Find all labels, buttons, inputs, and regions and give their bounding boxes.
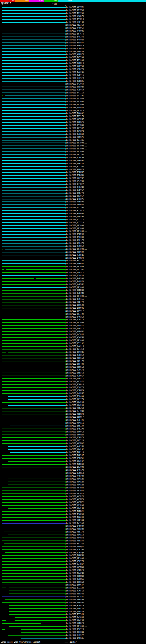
- hit-bar[interactable]: [2, 437, 65, 438]
- hit-label[interactable]: UniRef100_B41ZE2: [66, 260, 84, 262]
- hit-bar[interactable]: [8, 482, 65, 482]
- hit-label[interactable]: UniRef100_A3GFN6: [66, 336, 84, 338]
- hit-bar[interactable]: [2, 420, 65, 420]
- hit-bar[interactable]: [2, 255, 65, 256]
- hit-bar[interactable]: [2, 57, 65, 58]
- hit-bar[interactable]: [2, 290, 65, 290]
- hit-label[interactable]: UniRef100_Q8I1T9: [66, 398, 84, 400]
- hit-label[interactable]: UniRef100_A6YM83: [66, 487, 84, 489]
- hit-bar[interactable]: [2, 540, 65, 541]
- hit-label[interactable]: UniRef100_A7P5N6: [66, 254, 84, 256]
- hit-bar[interactable]: [2, 72, 65, 73]
- hit-label[interactable]: UniRef100_Q7RVQ9: [66, 552, 84, 554]
- hit-label[interactable]: UniRef100_B6APN8: [66, 572, 84, 574]
- hit-bar[interactable]: [2, 367, 65, 367]
- hit-bar[interactable]: [2, 54, 65, 55]
- hit-label[interactable]: UniRef100_Q6EH15: [66, 62, 84, 64]
- hit-bar[interactable]: [2, 113, 65, 114]
- hit-label[interactable]: UniRef100_C7TZL0: [66, 222, 84, 224]
- hit-label[interactable]: UniRef100_A0A298: [66, 619, 84, 622]
- hit-bar[interactable]: [2, 464, 65, 465]
- hit-bar[interactable]: [2, 181, 65, 182]
- hit-bar[interactable]: [2, 102, 65, 102]
- hit-label[interactable]: UniRef100_B4N366: [66, 278, 84, 280]
- hit-bar[interactable]: [2, 78, 65, 78]
- hit-bar[interactable]: [2, 172, 65, 173]
- hit-bar[interactable]: [2, 225, 65, 226]
- hit-bar[interactable]: [2, 467, 65, 468]
- hit-bar[interactable]: [2, 154, 65, 155]
- hit-bar[interactable]: [2, 343, 65, 344]
- hit-bar[interactable]: [2, 596, 65, 597]
- hit-label[interactable]: UniRef100_Q4Q2L3: [66, 316, 84, 318]
- hit-label[interactable]: UniRef100_A1CZD5: [66, 549, 84, 551]
- hit-bar[interactable]: [4, 532, 65, 532]
- hit-label[interactable]: UniRef100_B6DDR9: [66, 463, 84, 465]
- hit-label[interactable]: UniRef100_A4RYW0: [66, 475, 84, 477]
- hit-label[interactable]: UniRef100_Q6RYS3: [66, 372, 84, 374]
- hit-label[interactable]: UniRef100_A8UGV1: [66, 136, 84, 138]
- hit-label[interactable]: UniRef100_Q4Q2L1: [66, 378, 84, 380]
- hit-label[interactable]: UniRef100_B4DVG7: [66, 189, 84, 191]
- hit-bar[interactable]: [2, 269, 4, 270]
- hit-label[interactable]: UniRef100_Q3THC7: [66, 183, 84, 185]
- hit-bar[interactable]: [2, 178, 65, 179]
- hit-bar[interactable]: [2, 252, 65, 252]
- hit-bar[interactable]: [2, 417, 65, 418]
- hit-bar[interactable]: [8, 484, 65, 485]
- hit-bar[interactable]: [2, 408, 65, 408]
- hit-label[interactable]: UniRef100_P62917: [66, 195, 84, 197]
- hit-bar[interactable]: [2, 243, 65, 244]
- hit-bar[interactable]: [2, 140, 65, 140]
- hit-bar[interactable]: [2, 311, 3, 312]
- hit-label[interactable]: UniRef100_A0DDE8: [66, 622, 84, 624]
- hit-label[interactable]: UniRef100_B4P0D3: [66, 213, 84, 215]
- hit-bar[interactable]: [2, 142, 65, 143]
- hit-bar[interactable]: [2, 75, 65, 76]
- hit-bar[interactable]: [2, 110, 65, 111]
- hit-label[interactable]: UniRef100_Q4Q1L4: [66, 346, 84, 348]
- hit-label[interactable]: UniRef100_C1BVS9: [66, 89, 84, 91]
- hit-label[interactable]: UniRef100_B6K139: [66, 425, 84, 427]
- hit-bar[interactable]: [9, 608, 65, 609]
- hit-bar[interactable]: [8, 449, 65, 450]
- hit-label[interactable]: UniRef100_Q9Y3G1: [66, 269, 84, 271]
- hit-label[interactable]: UniRef100_UP1000...: [66, 151, 87, 153]
- hit-bar[interactable]: [2, 237, 65, 238]
- hit-bar[interactable]: [2, 137, 65, 138]
- hit-bar[interactable]: [2, 86, 65, 87]
- hit-bar[interactable]: [8, 508, 65, 509]
- hit-label[interactable]: UniRef100_C8CLR0: [66, 484, 84, 486]
- hit-bar[interactable]: [9, 626, 65, 627]
- hit-bar[interactable]: [3, 526, 65, 526]
- hit-label[interactable]: UniRef100_A8XM87: [66, 442, 84, 444]
- hit-bar[interactable]: [2, 281, 65, 282]
- hit-label[interactable]: UniRef100_C8CLR3: [66, 404, 84, 406]
- hit-label[interactable]: UniRef100_Q4Q1L5: [66, 298, 84, 300]
- hit-bar[interactable]: [2, 125, 65, 126]
- hit-label[interactable]: UniRef100_C4PPE5: [66, 27, 84, 29]
- hit-bar[interactable]: [2, 278, 34, 279]
- hit-bar[interactable]: [2, 284, 65, 285]
- hit-label[interactable]: UniRef100_B8P110: [66, 452, 84, 454]
- hit-label[interactable]: UniRef100_C6PT38: [66, 65, 84, 68]
- hit-bar[interactable]: [2, 308, 65, 308]
- hit-label[interactable]: UniRef100_A9PB75: [66, 54, 84, 56]
- hit-label[interactable]: UniRef100_C4Q862: [66, 245, 84, 247]
- hit-bar[interactable]: [2, 411, 65, 412]
- hit-bar[interactable]: [10, 426, 65, 426]
- hit-label[interactable]: UniRef100_Q41960: [66, 98, 84, 100]
- hit-label[interactable]: UniRef100_A6ZTB2: [66, 177, 84, 179]
- hit-label[interactable]: UniRef100_C5Z1D6: [66, 207, 84, 209]
- hit-bar[interactable]: [2, 349, 65, 350]
- hit-label[interactable]: UniRef100_Q5CYI3: [66, 628, 84, 630]
- hit-label[interactable]: UniRef100_Q9FE27: [66, 325, 84, 327]
- hit-label[interactable]: UniRef100_A5DTT3: [66, 319, 84, 321]
- hit-label[interactable]: UniRef100_B4H7M8: [66, 292, 84, 294]
- hit-bar[interactable]: [2, 16, 65, 17]
- hit-bar[interactable]: [4, 544, 65, 544]
- hit-label[interactable]: UniRef100_B9PXX5: [66, 637, 84, 639]
- hit-label[interactable]: UniRef100_C0HEH2: [66, 160, 84, 162]
- hit-label[interactable]: UniRef100_C5DWK9: [66, 390, 84, 392]
- hit-label[interactable]: UniRef100_C8CLR6: [66, 478, 84, 480]
